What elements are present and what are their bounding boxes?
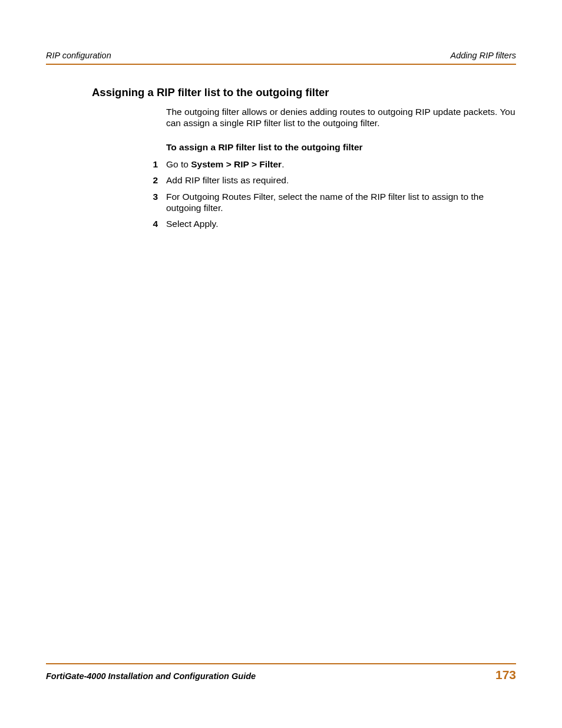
step-body: Go to System > RIP > Filter.: [166, 159, 516, 170]
page-footer: FortiGate-4000 Installation and Configur…: [46, 663, 516, 682]
step: 4 Select Apply.: [166, 218, 516, 229]
header-rule: [46, 64, 516, 65]
step-number: 3: [150, 191, 166, 202]
page: RIP configuration Adding RIP filters Ass…: [0, 0, 562, 728]
step-text-prefix: For Outgoing Routes Filter, select the n…: [166, 192, 484, 213]
step-number: 4: [150, 218, 166, 229]
step-body: Add RIP filter lists as required.: [166, 174, 516, 186]
step-text-prefix: Select Apply.: [166, 219, 218, 229]
header-left: RIP configuration: [46, 51, 111, 60]
step-text-suffix: .: [282, 159, 284, 169]
footer-rule: [46, 663, 516, 664]
footer-doc-title: FortiGate-4000 Installation and Configur…: [46, 671, 256, 681]
step: 3 For Outgoing Routes Filter, select the…: [166, 191, 516, 214]
step-body: For Outgoing Routes Filter, select the n…: [166, 191, 516, 214]
header-right: Adding RIP filters: [451, 51, 516, 60]
procedure-steps: 1 Go to System > RIP > Filter. 2 Add RIP…: [166, 159, 516, 230]
footer-row: FortiGate-4000 Installation and Configur…: [46, 668, 516, 682]
section-heading: Assigning a RIP filter list to the outgo…: [92, 86, 516, 99]
intro-paragraph: The outgoing filter allows or denies add…: [166, 106, 516, 129]
page-number: 173: [495, 668, 516, 682]
step-text-prefix: Add RIP filter lists as required.: [166, 175, 289, 185]
step-text-bold: System > RIP > Filter: [191, 159, 282, 169]
step-number: 2: [150, 174, 166, 186]
step: 1 Go to System > RIP > Filter.: [166, 159, 516, 170]
running-header: RIP configuration Adding RIP filters: [46, 51, 516, 62]
step: 2 Add RIP filter lists as required.: [166, 174, 516, 186]
step-body: Select Apply.: [166, 218, 516, 229]
step-number: 1: [150, 159, 166, 170]
step-text-prefix: Go to: [166, 159, 191, 169]
procedure-title: To assign a RIP filter list to the outgo…: [166, 142, 516, 153]
